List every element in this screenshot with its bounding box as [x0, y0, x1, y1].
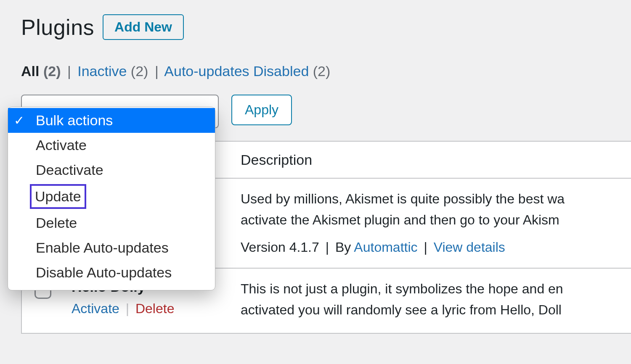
- filter-auto-count: (2): [313, 63, 331, 79]
- column-description: Description: [241, 152, 312, 168]
- page-title: Plugins: [21, 15, 94, 40]
- plugin-author-link[interactable]: Automattic: [354, 240, 417, 255]
- bulk-actions-dropdown[interactable]: ✓Bulk actionsActivateDeactivateUpdateDel…: [8, 107, 215, 290]
- filter-tabs: All (2) | Inactive (2) | Auto-updates Di…: [21, 63, 631, 79]
- bulk-option-deactivate[interactable]: Deactivate: [8, 158, 215, 182]
- bulk-option-label: Bulk actions: [32, 110, 116, 131]
- filter-all-count: (2): [43, 63, 61, 79]
- activate-link[interactable]: Activate: [72, 301, 119, 316]
- separator: |: [424, 240, 427, 255]
- plugin-description: This is not just a plugin, it symbolizes…: [241, 279, 631, 300]
- filter-inactive-label: Inactive: [77, 63, 127, 79]
- bulk-option-delete[interactable]: Delete: [8, 211, 215, 235]
- separator: |: [122, 301, 133, 316]
- delete-link[interactable]: Delete: [135, 301, 175, 316]
- filter-auto-updates-disabled[interactable]: Auto-updates Disabled (2): [164, 63, 330, 79]
- plugin-description: activated you will randomly see a lyric …: [241, 300, 631, 321]
- apply-button[interactable]: Apply: [231, 95, 292, 125]
- bulk-option-bulk-actions[interactable]: ✓Bulk actions: [8, 108, 215, 133]
- separator: |: [155, 63, 159, 79]
- bulk-option-enable-auto-updates[interactable]: Enable Auto-updates: [8, 235, 215, 260]
- plugin-description: Used by millions, Akismet is quite possi…: [241, 189, 631, 210]
- separator: |: [326, 240, 329, 255]
- add-new-button[interactable]: Add New: [103, 14, 184, 40]
- filter-inactive[interactable]: Inactive (2): [77, 63, 152, 79]
- view-details-link[interactable]: View details: [434, 240, 505, 255]
- filter-all-label: All: [21, 63, 39, 79]
- bulk-option-activate[interactable]: Activate: [8, 133, 215, 158]
- bulk-option-disable-auto-updates[interactable]: Disable Auto-updates: [8, 260, 215, 285]
- bulk-option-label: Deactivate: [32, 159, 107, 181]
- row-actions: Activate | Delete: [72, 301, 241, 317]
- filter-auto-label: Auto-updates Disabled: [164, 63, 309, 79]
- bulk-option-update[interactable]: Update: [8, 182, 215, 211]
- bulk-option-label: Update: [30, 184, 86, 209]
- bulk-option-label: Enable Auto-updates: [32, 237, 172, 258]
- filter-inactive-count: (2): [131, 63, 148, 79]
- plugin-version: Version 4.1.7: [241, 240, 319, 255]
- bulk-option-label: Delete: [32, 212, 80, 234]
- check-icon: ✓: [14, 111, 32, 130]
- plugin-description: activate the Akismet plugin and then go …: [241, 210, 631, 231]
- bulk-option-label: Activate: [32, 135, 90, 156]
- by-label: By: [331, 240, 354, 255]
- separator: |: [67, 63, 71, 79]
- filter-all[interactable]: All (2): [21, 63, 65, 79]
- plugin-meta: Version 4.1.7 | By Automattic | View det…: [241, 240, 631, 255]
- bulk-option-label: Disable Auto-updates: [32, 262, 175, 283]
